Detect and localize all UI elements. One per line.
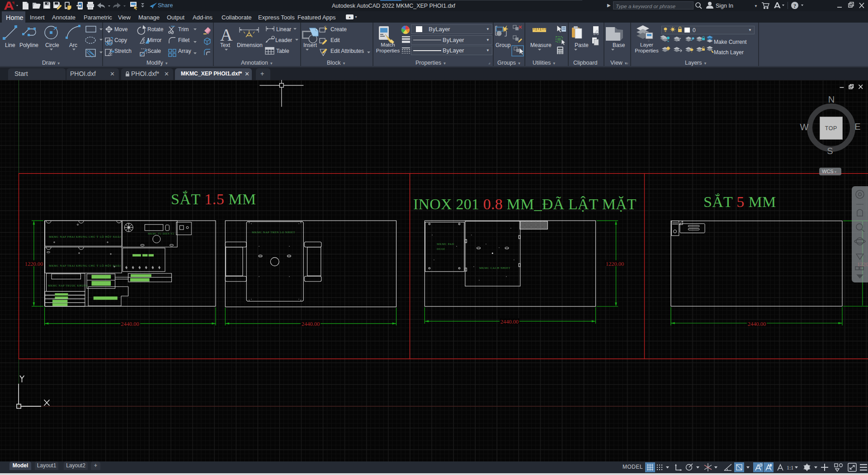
svg-text:2440.00: 2440.00 [500, 319, 519, 325]
svg-text:MKMC NAP PHAI KHUNG CHỦ Ý LÔ: MKMC NAP PHAI KHUNG CHỦ Ý LÔ HỘT XOÀI [49, 235, 121, 238]
svg-text:2440.00: 2440.00 [302, 321, 320, 327]
svg-text:MKMC TU DIEN V2: MKMC TU DIEN V2 [148, 232, 174, 235]
svg-text:SẮT 1.5 MM: SẮT 1.5 MM [171, 191, 256, 207]
svg-text:MKMC CACH NHIET: MKMC CACH NHIET [479, 266, 510, 269]
svg-text:1220.00: 1220.00 [25, 261, 43, 267]
svg-text:2440.00: 2440.00 [748, 321, 766, 327]
svg-text:?: ? [793, 3, 796, 9]
svg-text:MKMC NAP TRUOC KHUNG: MKMC NAP TRUOC KHUNG [48, 284, 88, 287]
svg-text:1:1: 1:1 [787, 465, 793, 471]
svg-text:MKMC NAP TRAI KHUNG CHỦ Ý LÔ: MKMC NAP TRAI KHUNG CHỦ Ý LÔ HỘT XOÀI [49, 264, 121, 267]
svg-text:DUOI: DUOI [437, 247, 445, 250]
svg-text:SẮT 5 MM: SẮT 5 MM [703, 193, 776, 210]
svg-text:MKMC NAP TREN LO NHIET: MKMC NAP TREN LO NHIET [252, 230, 295, 234]
svg-text:MKMC PAD: MKMC PAD [437, 242, 454, 245]
svg-text:2440.00: 2440.00 [121, 321, 139, 327]
svg-text:INOX 201 0.8 MM_ĐÃ LẬT MẶT: INOX 201 0.8 MM_ĐÃ LẬT MẶT [413, 196, 637, 212]
svg-text:A: A [220, 25, 233, 44]
svg-text:1220.00: 1220.00 [606, 261, 624, 267]
